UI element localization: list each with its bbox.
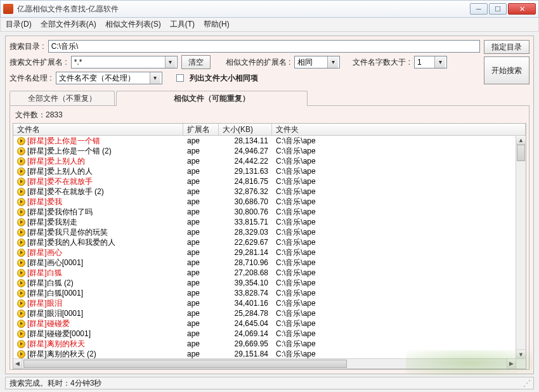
table-row[interactable]: [群星]碰碰爱[0001]ape24,069.14C:\音乐\ape — [13, 329, 516, 339]
scroll-thumb-h[interactable] — [23, 360, 347, 368]
file-size: 33,828.74 — [219, 289, 272, 297]
scroll-right-icon[interactable]: ▶ — [507, 359, 516, 369]
tabs: 全部文件（不重复） 相似文件（可能重复） — [10, 91, 529, 106]
menu-tool[interactable]: 工具(T) — [170, 19, 195, 30]
file-icon — [17, 218, 25, 226]
file-size: 24,069.14 — [219, 329, 272, 338]
main-panel: 搜索目录 : C:\音乐\ 搜索文件扩展名 : *.* 清空 相似文件的扩展名 … — [5, 36, 534, 374]
table-row[interactable]: [群星]白狐 (2)ape39,354.10C:\音乐\ape — [13, 278, 516, 288]
window-buttons: ─ ☐ ✕ — [470, 3, 536, 15]
file-icon — [17, 299, 25, 308]
tab-similar-files[interactable]: 相似文件（可能重复） — [116, 91, 308, 106]
file-icon — [17, 310, 25, 318]
process-label: 文件名处理 : — [10, 73, 52, 84]
file-icon — [17, 238, 25, 247]
ext-combo[interactable]: *.* — [71, 56, 178, 69]
col-size[interactable]: 大小(KB) — [219, 124, 272, 135]
file-name: [群星]爱上你是一个错 — [27, 136, 100, 147]
table-row[interactable]: [群星]眼泪[0001]ape25,284.78C:\音乐\ape — [13, 308, 516, 318]
file-folder: C:\音乐\ape — [272, 268, 516, 278]
file-name: [群星]爱上别人的 — [27, 156, 85, 167]
close-button[interactable]: ✕ — [508, 3, 536, 15]
search-dir-input[interactable]: C:\音乐\ — [48, 40, 480, 53]
process-combo[interactable]: 文件名不变（不处理） — [56, 72, 162, 84]
table-row[interactable]: [群星]爱上你是一个错ape28,134.11C:\音乐\ape — [13, 136, 516, 146]
horizontal-scrollbar[interactable]: ◀ ▶ — [13, 358, 526, 369]
table-row[interactable]: [群星]白狐ape27,208.68C:\音乐\ape — [13, 268, 516, 278]
same-size-checkbox[interactable] — [176, 74, 184, 82]
file-icon — [17, 137, 25, 145]
resize-grip-icon[interactable]: ⋰ — [523, 379, 529, 388]
table-row[interactable]: [群星]爱不在就放手ape24,816.75C:\音乐\ape — [13, 176, 516, 186]
table-row[interactable]: [群星]碰碰爱ape24,645.04C:\音乐\ape — [13, 318, 516, 329]
file-name: [群星]爱我别走 — [27, 217, 77, 228]
col-name[interactable]: 文件名 — [13, 124, 183, 135]
table-row[interactable]: [群星]离别的秋天 (2)ape29,151.84C:\音乐\ape — [13, 349, 516, 358]
app-icon — [3, 4, 13, 14]
start-search-button[interactable]: 开始搜索 — [484, 56, 529, 84]
table-row[interactable]: [群星]爱我只是你的玩笑ape28,329.03C:\音乐\ape — [13, 227, 516, 237]
table-row[interactable]: [群星]爱上你是一个错 (2)ape24,946.27C:\音乐\ape — [13, 146, 516, 156]
file-icon — [17, 289, 25, 297]
table-row[interactable]: [群星]白狐[0001]ape33,828.74C:\音乐\ape — [13, 288, 516, 298]
min-chars-combo[interactable]: 1 — [414, 56, 447, 69]
file-size: 34,401.16 — [219, 299, 272, 308]
scroll-left-icon[interactable]: ◀ — [13, 359, 22, 369]
scroll-corner — [516, 359, 526, 369]
sim-ext-combo[interactable]: 相同 — [294, 56, 340, 69]
table-row[interactable]: [群星]爱我别走ape33,815.71C:\音乐\ape — [13, 217, 516, 227]
scroll-thumb-v[interactable] — [517, 145, 525, 161]
clear-button[interactable]: 清空 — [181, 55, 211, 69]
table-row[interactable]: [群星]爱上别人的人ape29,131.63C:\音乐\ape — [13, 166, 516, 176]
table-row[interactable]: [群星]离别的秋天ape29,669.95C:\音乐\ape — [13, 339, 516, 349]
file-size: 24,645.04 — [219, 319, 272, 328]
scroll-down-icon[interactable]: ▼ — [516, 350, 526, 358]
table-row[interactable]: [群星]眼泪ape34,401.16C:\音乐\ape — [13, 298, 516, 308]
maximize-button[interactable]: ☐ — [489, 3, 507, 15]
col-folder[interactable]: 文件夹 — [272, 124, 526, 135]
menu-sim[interactable]: 相似文件列表(S) — [105, 19, 161, 30]
file-name: [群星]爱我 — [27, 197, 62, 207]
table-header: 文件名 扩展名 大小(KB) 文件夹 — [13, 124, 526, 136]
file-name: [群星]爱我只是你的玩笑 — [27, 227, 108, 238]
file-folder: C:\音乐\ape — [272, 288, 516, 299]
file-size: 24,946.27 — [219, 147, 272, 155]
file-folder: C:\音乐\ape — [272, 237, 516, 248]
menu-help[interactable]: 帮助(H) — [204, 19, 230, 30]
same-size-label: 列出文件大小相同项 — [190, 73, 258, 84]
file-ext: ape — [183, 258, 219, 267]
file-name: [群星]离别的秋天 (2) — [27, 349, 96, 359]
scroll-up-icon[interactable]: ▲ — [516, 136, 526, 145]
file-ext: ape — [183, 177, 219, 186]
file-size: 29,669.95 — [219, 339, 272, 348]
file-size: 25,284.78 — [219, 309, 272, 318]
table-row[interactable]: [群星]爱上别人的ape24,442.22C:\音乐\ape — [13, 156, 516, 166]
table-row[interactable]: [群星]爱我ape30,686.70C:\音乐\ape — [13, 197, 516, 207]
file-size: 24,442.22 — [219, 157, 272, 166]
table-row[interactable]: [群星]爱我的人和我爱的人ape22,629.67C:\音乐\ape — [13, 237, 516, 247]
file-icon — [17, 269, 25, 277]
table-row[interactable]: [群星]爱我你怕了吗ape30,800.76C:\音乐\ape — [13, 207, 516, 217]
menu-dir[interactable]: 目录(D) — [6, 19, 32, 30]
file-folder: C:\音乐\ape — [272, 349, 516, 359]
table-row[interactable]: [群星]爱不在就放手 (2)ape32,876.32C:\音乐\ape — [13, 186, 516, 197]
select-dir-button[interactable]: 指定目录 — [484, 40, 529, 54]
file-size: 39,354.10 — [219, 278, 272, 287]
file-ext: ape — [183, 157, 219, 166]
file-size: 30,686.70 — [219, 197, 272, 206]
table-row[interactable]: [群星]画心[0001]ape28,710.96C:\音乐\ape — [13, 258, 516, 268]
menubar: 目录(D) 全部文件列表(A) 相似文件列表(S) 工具(T) 帮助(H) — [0, 18, 539, 32]
vertical-scrollbar[interactable]: ▲ ▼ — [516, 136, 526, 358]
col-ext[interactable]: 扩展名 — [183, 124, 219, 135]
file-icon — [17, 340, 25, 348]
tab-all-files[interactable]: 全部文件（不重复） — [10, 91, 115, 106]
file-size: 30,800.76 — [219, 207, 272, 216]
titlebar[interactable]: 亿愿相似文件名查找-亿愿软件 ─ ☐ ✕ — [0, 0, 539, 18]
menu-all[interactable]: 全部文件列表(A) — [41, 19, 96, 30]
minimize-button[interactable]: ─ — [470, 3, 488, 15]
file-folder: C:\音乐\ape — [272, 207, 516, 218]
table-row[interactable]: [群星]画心ape29,281.14C:\音乐\ape — [13, 247, 516, 258]
file-name: [群星]画心 — [27, 247, 62, 258]
file-count: 文件数：2833 — [13, 108, 526, 123]
file-icon — [17, 198, 25, 206]
